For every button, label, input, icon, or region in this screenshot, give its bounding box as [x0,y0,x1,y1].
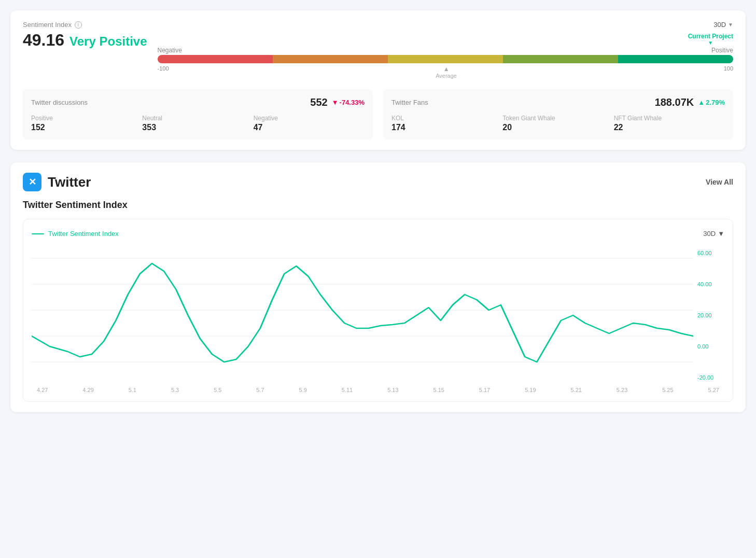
x-axis-labels: 4.27 4.29 5.1 5.3 5.5 5.7 5.9 5.11 5.13 … [32,387,724,393]
y-label-neg20: -20.00 [697,374,724,381]
fans-kol: KOL 174 [391,115,502,132]
fans-change: ▲ 2.79% [698,99,725,106]
fans-title: Twitter Fans [391,99,428,106]
chart-period-dropdown[interactable]: 30D ▼ [703,230,724,238]
discussions-positive-value: 152 [31,123,142,132]
y-label-40: 40.00 [697,281,724,287]
twitter-title-row: ✕ Twitter [23,173,91,191]
twitter-section: ✕ Twitter View All Twitter Sentiment Ind… [10,162,746,412]
info-icon[interactable]: i [75,21,82,29]
x-label-2: 5.1 [129,387,136,393]
fans-nft-whale: NFT Giant Whale 22 [614,115,725,132]
chart-with-y-axis: 60.00 40.00 20.00 0.00 -20.00 [32,248,724,385]
chart-svg [32,248,693,383]
metrics-row: Twitter discussions 552 ▼ -74.33% Positi… [23,89,733,140]
legend-label: Twitter Sentiment Index [48,230,119,238]
discussions-value-row: 552 ▼ -74.33% [310,96,365,108]
twitter-title: Twitter [48,174,91,190]
x-label-15: 5.27 [708,387,719,393]
sentiment-section: Sentiment Index i 49.16 Very Positive [23,21,147,50]
sentiment-label-text: Sentiment Index [23,21,72,29]
chart-legend: Twitter Sentiment Index [32,230,119,238]
gauge-negative-value: -100 [158,65,169,79]
view-all-button[interactable]: View All [706,178,733,186]
discussions-negative-label: Negative [254,115,365,122]
period-dropdown[interactable]: 30D ▼ [713,21,733,29]
sentiment-number: 49.16 [23,31,64,50]
x-label-9: 5.15 [433,387,444,393]
x-label-3: 5.3 [171,387,179,393]
x-label-14: 5.25 [662,387,673,393]
y-label-0: 0.00 [697,343,724,350]
dropdown-arrow: ▼ [728,22,733,27]
discussions-negative-value: 47 [254,123,365,132]
twitter-fans-card: Twitter Fans 188.07K ▲ 2.79% KOL 174 Tok… [383,89,733,140]
gauge-segment-5 [618,55,733,63]
gauge-bar [158,55,733,63]
chart-area [32,248,693,385]
average-label: Average [436,73,457,79]
fans-token-whale: Token Giant Whale 20 [502,115,613,132]
discussions-title: Twitter discussions [31,99,88,106]
discussions-change: ▼ -74.33% [332,99,365,106]
top-card: Sentiment Index i 49.16 Very Positive 30… [10,10,746,150]
fans-kol-value: 174 [391,123,502,132]
current-project-block: Current Project ▼ [688,33,733,46]
x-label-6: 5.9 [299,387,307,393]
chart-card-header: Twitter Sentiment Index 30D ▼ [32,230,724,238]
current-project-arrow: ▼ [688,40,733,46]
fans-kol-label: KOL [391,115,502,122]
metric-header-discussions: Twitter discussions 552 ▼ -74.33% [31,96,365,108]
fans-value-row: 188.07K ▲ 2.79% [655,96,725,108]
average-arrow-symbol: ▲ [443,65,450,73]
x-label-1: 4.29 [82,387,93,393]
gauge-positive-value: 100 [724,65,733,79]
discussions-sub-row: Positive 152 Neutral 353 Negative 47 [31,115,365,132]
discussions-neutral-label: Neutral [142,115,253,122]
gauge-segment-1 [158,55,273,63]
discussions-negative: Negative 47 [254,115,365,132]
sentiment-text: Very Positive [69,34,147,49]
gauge-segment-3 [388,55,503,63]
discussions-neutral: Neutral 353 [142,115,253,132]
gauge-section: 30D ▼ Current Project ▼ Negative Positiv… [158,21,733,81]
fans-token-whale-label: Token Giant Whale [502,115,613,122]
twitter-icon: ✕ [23,173,41,191]
gauge-labels: -100 ▲ Average 100 [158,65,733,79]
discussions-positive: Positive 152 [31,115,142,132]
sentiment-value: 49.16 Very Positive [23,31,147,50]
gauge-positive-label: Positive [711,47,733,54]
sentiment-label: Sentiment Index i [23,21,147,29]
change-arrow-up: ▲ [698,99,705,106]
discussions-value: 552 [310,96,327,108]
chart-period-value: 30D [703,230,716,238]
period-value: 30D [713,21,726,29]
y-label-60: 60.00 [697,250,724,256]
chart-card: Twitter Sentiment Index 30D ▼ [23,219,733,402]
fans-nft-whale-value: 22 [614,123,725,132]
x-label-7: 5.11 [342,387,353,393]
discussions-change-value: -74.33% [340,99,365,106]
fans-nft-whale-label: NFT Giant Whale [614,115,725,122]
x-label-4: 5.5 [214,387,221,393]
x-label-5: 5.7 [256,387,264,393]
fans-token-whale-value: 20 [502,123,613,132]
legend-line [32,233,44,234]
fans-sub-row: KOL 174 Token Giant Whale 20 NFT Giant W… [391,115,725,132]
gauge-segment-2 [273,55,388,63]
x-label-10: 5.17 [479,387,490,393]
x-label-0: 4.27 [37,387,48,393]
gauge-segment-4 [503,55,618,63]
fans-change-value: 2.79% [706,99,725,106]
y-axis: 60.00 40.00 20.00 0.00 -20.00 [693,248,724,383]
y-label-20: 20.00 [697,312,724,318]
metric-header-fans: Twitter Fans 188.07K ▲ 2.79% [391,96,725,108]
x-label-11: 5.19 [525,387,536,393]
x-label-8: 5.13 [387,387,398,393]
chart-period-arrow: ▼ [718,230,724,238]
x-label-12: 5.21 [571,387,582,393]
change-arrow-down: ▼ [332,99,339,106]
gauge-negative-label: Negative [158,47,182,54]
chart-section-title: Twitter Sentiment Index [23,200,733,211]
twitter-header: ✕ Twitter View All [23,173,733,191]
